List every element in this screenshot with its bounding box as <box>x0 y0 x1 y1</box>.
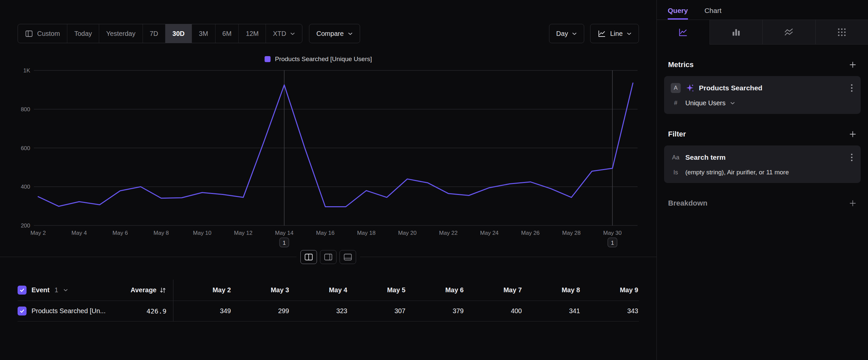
chart-type-line-button[interactable] <box>657 20 710 45</box>
column-header-may-6: May 6 <box>406 280 465 301</box>
chart-table-divider <box>0 257 656 257</box>
date-range-custom-label: Custom <box>37 30 60 37</box>
select-all-checkbox[interactable] <box>18 286 27 295</box>
panel-tab-bar: Query Chart <box>657 0 868 20</box>
layout-chart-only-button[interactable] <box>320 250 337 264</box>
granularity-dropdown[interactable]: Day <box>549 24 585 43</box>
cell-may-8: 341 <box>523 301 581 321</box>
date-range-30d[interactable]: 30D <box>165 24 192 43</box>
line-chart[interactable]: 1K800600400200May 2May 4May 6May 8May 10… <box>0 67 656 253</box>
tab-chart[interactable]: Chart <box>705 7 721 20</box>
metric-series-badge: A <box>671 83 681 93</box>
cell-may-3: 299 <box>232 301 290 321</box>
metric-card[interactable]: A Products Searched # Unique Users <box>664 76 861 114</box>
chevron-down-icon <box>730 102 735 105</box>
date-range-label: Yesterday <box>106 30 135 37</box>
date-range-custom[interactable]: Custom <box>18 24 67 43</box>
column-header-may-7: May 7 <box>465 280 523 301</box>
stacked-line-icon <box>784 27 794 37</box>
chart-type-strip <box>657 20 868 45</box>
add-filter-button[interactable] <box>849 130 857 138</box>
svg-text:May 14: May 14 <box>275 230 293 236</box>
date-range-xtd[interactable]: XTD <box>266 24 302 43</box>
date-range-yesterday[interactable]: Yesterday <box>99 24 142 43</box>
filter-condition[interactable]: Is (empty string), Air purifier, or 11 m… <box>671 169 854 176</box>
layout-table-only-button[interactable] <box>340 250 356 264</box>
custom-range-icon <box>25 30 33 38</box>
svg-text:1: 1 <box>611 240 614 246</box>
chart-type-grid-button[interactable] <box>815 20 868 45</box>
chart-type-label: Line <box>610 30 623 37</box>
compare-button[interactable]: Compare <box>309 24 360 43</box>
date-range-today[interactable]: Today <box>67 24 99 43</box>
filter-property-name: Search term <box>685 154 725 161</box>
date-range-label: 12M <box>246 30 258 37</box>
cell-may-9: 343 <box>581 301 639 321</box>
cell-may-6: 379 <box>406 301 465 321</box>
date-range-label: XTD <box>273 30 286 37</box>
column-header-may-2: May 2 <box>174 280 232 301</box>
layout-right-panel-icon <box>324 253 333 261</box>
metrics-title: Metrics <box>668 60 693 69</box>
svg-text:May 12: May 12 <box>234 230 253 236</box>
svg-text:1: 1 <box>283 240 286 246</box>
svg-text:200: 200 <box>21 222 30 229</box>
svg-text:400: 400 <box>21 184 30 190</box>
kebab-icon <box>851 84 853 92</box>
table-row[interactable]: Products Searched [Un... 426.9 349 299 3… <box>18 301 639 322</box>
column-header-may-3: May 3 <box>232 280 290 301</box>
chart-type-dropdown[interactable]: Line <box>590 24 639 43</box>
granularity-label: Day <box>556 30 568 37</box>
line-chart-icon <box>678 27 688 37</box>
metric-menu-button[interactable] <box>849 82 854 94</box>
filter-menu-button[interactable] <box>849 152 854 163</box>
filter-operator: Is <box>671 169 681 176</box>
column-header-may-4: May 4 <box>290 280 348 301</box>
layout-split-view-button[interactable] <box>300 250 317 264</box>
chart-canvas[interactable]: 1K800600400200May 2May 4May 6May 8May 10… <box>18 67 638 253</box>
add-breakdown-button[interactable] <box>849 199 857 207</box>
cell-may-2: 349 <box>174 301 232 321</box>
breakdown-title: Breakdown <box>668 199 708 207</box>
metric-event-name: Products Searched <box>699 84 762 92</box>
date-range-3m[interactable]: 3M <box>192 24 215 43</box>
chevron-down-icon[interactable] <box>63 288 68 292</box>
compare-label: Compare <box>316 30 343 37</box>
aggregation-dropdown[interactable]: # Unique Users <box>671 99 854 107</box>
line-chart-icon <box>597 29 606 38</box>
svg-text:May 28: May 28 <box>562 230 581 236</box>
breakdown-table: Event 1 Average May 2 May 3 May 4 May 5 … <box>18 280 639 322</box>
row-checkbox[interactable] <box>18 307 27 315</box>
tab-query[interactable]: Query <box>668 7 688 20</box>
add-metric-button[interactable] <box>849 61 857 69</box>
query-builder-panel: Query Chart Metr <box>657 0 868 360</box>
row-event-name: Products Searched [Un... <box>31 307 105 315</box>
date-range-label: Today <box>74 30 92 37</box>
date-range-12m[interactable]: 12M <box>238 24 266 43</box>
bar-chart-icon <box>731 27 741 37</box>
table-header-left-cell: Event 1 Average <box>18 280 174 301</box>
date-range-7d[interactable]: 7D <box>143 24 165 43</box>
svg-text:May 26: May 26 <box>521 230 540 236</box>
svg-text:May 20: May 20 <box>398 230 417 236</box>
average-column-label: Average <box>131 286 156 294</box>
aggregation-symbol: # <box>671 100 681 107</box>
table-row-left-cell: Products Searched [Un... 426.9 <box>18 301 174 321</box>
chart-type-stacked-button[interactable] <box>762 20 815 45</box>
filter-title: Filter <box>668 130 686 138</box>
chart-type-bar-button[interactable] <box>710 20 763 45</box>
svg-text:May 6: May 6 <box>113 230 128 236</box>
row-average-value: 426.9 <box>147 307 166 315</box>
cell-may-4: 323 <box>290 301 348 321</box>
check-icon <box>19 308 25 314</box>
plus-icon <box>849 61 857 69</box>
sort-icon[interactable] <box>159 286 166 294</box>
svg-text:600: 600 <box>21 145 30 151</box>
svg-text:800: 800 <box>21 106 30 113</box>
date-range-6m[interactable]: 6M <box>215 24 239 43</box>
check-icon <box>19 287 25 293</box>
filter-card[interactable]: Aa Search term Is (empty string), Air pu… <box>664 145 861 183</box>
column-header-may-5: May 5 <box>348 280 406 301</box>
event-sparkle-icon <box>685 84 694 93</box>
date-range-label: 3M <box>199 30 208 37</box>
